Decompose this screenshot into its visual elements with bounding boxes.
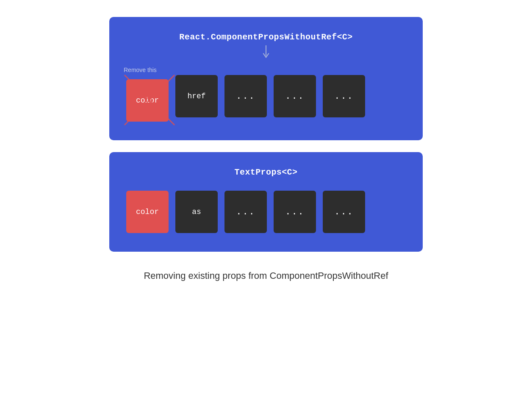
prop-box-dots2-top: ... — [274, 75, 316, 117]
caption: Removing existing props from ComponentPr… — [144, 270, 388, 281]
prop-box-dots1-bottom: ... — [224, 191, 267, 233]
bottom-panel-title: TextProps<C> — [126, 167, 406, 177]
color-box-crossed-wrapper: color — [126, 79, 169, 122]
prop-box-dots3-bottom: ... — [323, 191, 365, 233]
top-props-row: Remove this color href — [126, 71, 406, 122]
cross-overlay — [120, 71, 179, 129]
diagram-container: React.ComponentPropsWithoutRef<C> Remove… — [0, 17, 532, 281]
top-panel-title: React.ComponentPropsWithoutRef<C> — [126, 32, 406, 42]
prop-box-href: href — [175, 75, 218, 117]
prop-box-dots3-top: ... — [323, 75, 365, 117]
prop-box-as: as — [175, 191, 218, 233]
bottom-panel: TextProps<C> color as ... ... ... — [109, 152, 423, 252]
arrow-down-icon — [126, 45, 406, 59]
prop-box-dots1-top: ... — [224, 75, 267, 117]
bottom-props-row: color as ... ... ... — [126, 191, 406, 233]
prop-box-color-bottom: color — [126, 191, 169, 233]
top-panel: React.ComponentPropsWithoutRef<C> Remove… — [109, 17, 423, 140]
prop-box-dots2-bottom: ... — [274, 191, 316, 233]
